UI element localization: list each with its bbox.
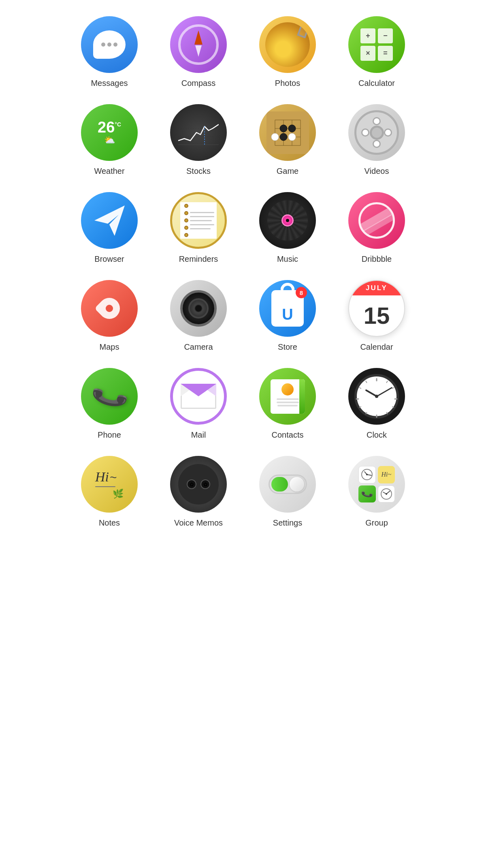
app-browser[interactable]: Browser xyxy=(69,192,150,264)
calendar-month: JULY xyxy=(366,284,388,292)
svg-marker-17 xyxy=(94,205,125,236)
settings-label: Settings xyxy=(273,518,302,528)
svg-point-15 xyxy=(288,133,296,141)
app-maps[interactable]: Maps xyxy=(69,280,150,352)
maps-label: Maps xyxy=(100,342,119,352)
camera-icon xyxy=(170,280,227,337)
svg-point-16 xyxy=(271,133,279,141)
voicememos-label: Voice Memos xyxy=(174,518,223,528)
paper-plane-svg xyxy=(92,203,127,238)
group-icon: Hi~ 📞 xyxy=(348,456,405,513)
weather-label: Weather xyxy=(94,167,124,176)
dribbble-icon xyxy=(348,192,405,249)
app-stocks[interactable]: Stocks xyxy=(158,104,239,176)
weather-cloud-icon: ⛅ xyxy=(104,135,115,145)
app-weather[interactable]: 26 °C ⛅ Weather xyxy=(69,104,150,176)
app-photos[interactable]: Photos xyxy=(247,16,328,88)
notes-icon: Hi ~ 🌿 xyxy=(81,456,138,513)
app-store[interactable]: 8 U Store xyxy=(247,280,328,352)
app-messages[interactable]: Messages xyxy=(69,16,150,88)
compass-icon xyxy=(170,16,227,73)
app-calculator[interactable]: + − × = Calculator xyxy=(336,16,417,88)
svg-point-13 xyxy=(288,125,296,132)
game-label: Game xyxy=(277,167,298,176)
calendar-label: Calendar xyxy=(360,342,393,352)
calculator-icon: + − × = xyxy=(348,16,405,73)
game-icon xyxy=(259,104,316,161)
app-calendar[interactable]: JULY 15 Calendar xyxy=(336,280,417,352)
app-music[interactable]: Music xyxy=(247,192,328,264)
mail-icon xyxy=(170,368,227,425)
store-label: Store xyxy=(278,342,297,352)
calendar-day: 15 xyxy=(364,304,390,327)
phone-glyph: 📞 xyxy=(89,376,130,417)
app-contacts[interactable]: Contacts xyxy=(247,368,328,440)
stocks-icon xyxy=(170,104,227,161)
dribbble-label: Dribbble xyxy=(362,254,392,264)
photos-label: Photos xyxy=(275,79,300,88)
messages-icon xyxy=(81,16,138,73)
music-label: Music xyxy=(277,254,298,264)
clock-icon xyxy=(348,368,405,425)
stocks-label: Stocks xyxy=(186,167,211,176)
videos-icon xyxy=(348,104,405,161)
calc-plus: + xyxy=(360,28,375,43)
photos-icon xyxy=(259,16,316,73)
app-phone[interactable]: 📞 Phone xyxy=(69,368,150,440)
browser-label: Browser xyxy=(94,254,124,264)
app-settings[interactable]: Settings xyxy=(247,456,328,528)
videos-label: Videos xyxy=(364,167,389,176)
contacts-icon xyxy=(259,368,316,425)
go-board-svg xyxy=(266,111,309,154)
phone-icon: 📞 xyxy=(81,368,138,425)
calendar-icon: JULY 15 xyxy=(348,280,405,337)
mail-label: Mail xyxy=(191,430,206,440)
app-camera[interactable]: Camera xyxy=(158,280,239,352)
store-badge: 8 xyxy=(296,287,307,298)
app-dribbble[interactable]: Dribbble xyxy=(336,192,417,264)
app-game[interactable]: Game xyxy=(247,104,328,176)
app-notes[interactable]: Hi ~ 🌿 Notes xyxy=(69,456,150,528)
weather-temp: 26 xyxy=(98,120,115,135)
store-icon: 8 U xyxy=(259,280,316,337)
app-reminders[interactable]: Reminders xyxy=(158,192,239,264)
maps-icon xyxy=(81,280,138,337)
group-label: Group xyxy=(365,518,388,528)
app-compass[interactable]: Compass xyxy=(158,16,239,88)
voicememos-icon: ✿ ✿ xyxy=(170,456,227,513)
app-clock[interactable]: Clock xyxy=(336,368,417,440)
reminders-label: Reminders xyxy=(179,254,218,264)
app-group[interactable]: Hi~ 📞 Group xyxy=(336,456,417,528)
stocks-chart-svg xyxy=(178,118,219,147)
music-icon xyxy=(259,192,316,249)
clock-label: Clock xyxy=(367,430,387,440)
browser-icon xyxy=(81,192,138,249)
contacts-label: Contacts xyxy=(272,430,304,440)
calc-minus: − xyxy=(378,28,393,43)
calc-equals: = xyxy=(378,46,393,61)
weather-icon: 26 °C ⛅ xyxy=(81,104,138,161)
reminders-icon xyxy=(170,192,227,249)
calc-times: × xyxy=(360,46,375,61)
phone-label: Phone xyxy=(98,430,121,440)
notes-label: Notes xyxy=(99,518,120,528)
settings-icon xyxy=(259,456,316,513)
camera-label: Camera xyxy=(184,342,213,352)
app-mail[interactable]: Mail xyxy=(158,368,239,440)
svg-point-12 xyxy=(280,125,287,132)
messages-label: Messages xyxy=(91,79,128,88)
svg-point-14 xyxy=(280,133,287,141)
app-videos[interactable]: Videos xyxy=(336,104,417,176)
app-voicememos[interactable]: ✿ ✿ Voice Memos xyxy=(158,456,239,528)
app-grid: Messages Compass Photos + − × = Calc xyxy=(69,16,417,528)
calculator-label: Calculator xyxy=(358,79,395,88)
compass-label: Compass xyxy=(181,79,215,88)
